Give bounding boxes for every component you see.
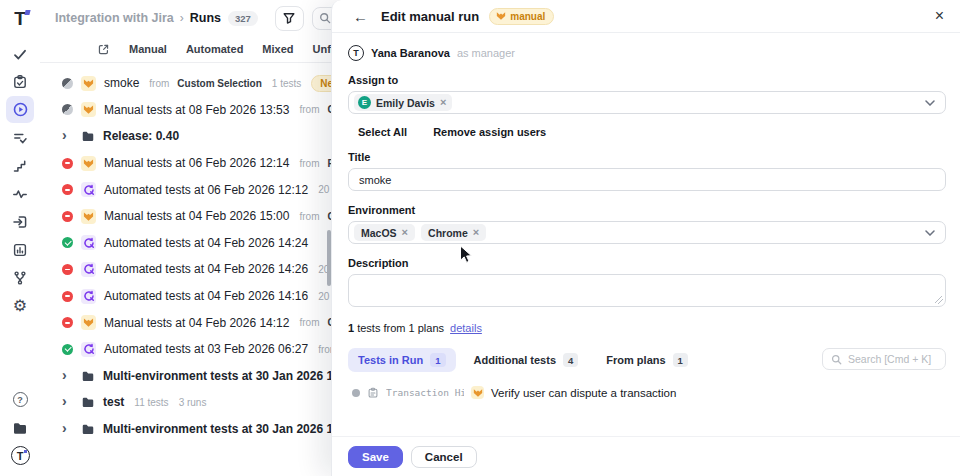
manual-run-icon — [81, 209, 96, 224]
env-chip: MacOS × — [354, 224, 415, 241]
tab-mixed[interactable]: Mixed — [262, 43, 293, 55]
tab-count-badge: 1 — [430, 353, 445, 367]
tab-manual[interactable]: Manual — [129, 43, 167, 55]
test-row[interactable]: Transaction His… Verify user can dispute… — [348, 386, 946, 399]
edit-run-modal: ← Edit manual run manual × T Yana Barano… — [331, 0, 960, 476]
select-all-link[interactable]: Select All — [358, 126, 407, 138]
tab-label: From plans — [606, 354, 665, 366]
back-icon[interactable]: ← — [353, 8, 368, 25]
tab-count-badge: 1 — [673, 353, 688, 367]
tests-search-box[interactable] — [822, 348, 946, 370]
tab-tests-in-run[interactable]: Tests in Run 1 — [348, 348, 456, 372]
chevron-down-icon — [925, 100, 935, 106]
group-tests-count: 11 tests — [134, 397, 168, 408]
environment-select[interactable]: MacOS × Chrome × — [348, 221, 946, 244]
tab-automated[interactable]: Automated — [186, 43, 243, 55]
filter-button[interactable] — [275, 6, 304, 31]
save-button[interactable]: Save — [348, 446, 403, 468]
env-chip-label: MacOS — [361, 227, 397, 239]
bar-chart-icon — [12, 242, 28, 258]
sidebar-item-analytics[interactable] — [6, 236, 34, 263]
run-from-label: from — [299, 158, 319, 169]
sidebar-item-pulse[interactable] — [6, 180, 34, 207]
run-source: Custom Selection — [177, 78, 261, 89]
automated-run-icon — [81, 235, 96, 250]
stairs-icon — [12, 158, 28, 174]
group-title: Multi-environment tests at 30 Jan 2026 1… — [103, 422, 357, 436]
gear-icon: ⚙ — [13, 298, 27, 314]
sidebar-item-import[interactable] — [6, 208, 34, 235]
assignee-avatar: E — [358, 96, 371, 109]
run-title: Automated tests at 04 Feb 2026 14:26 — [104, 262, 308, 276]
sidebar-item-profile[interactable]: T — [6, 442, 34, 469]
folder-icon — [12, 420, 28, 436]
sidebar-item-branch[interactable] — [6, 264, 34, 291]
run-status-icon — [62, 158, 73, 169]
modal-header: ← Edit manual run manual × — [332, 0, 960, 33]
run-status-icon — [62, 78, 73, 89]
chevron-right-icon[interactable]: › — [62, 368, 73, 382]
chevron-right-icon[interactable]: › — [62, 394, 73, 408]
sidebar-item-results[interactable] — [6, 124, 34, 151]
sidebar-item-ready[interactable] — [6, 40, 34, 67]
tab-from-plans[interactable]: From plans 1 — [596, 348, 698, 372]
run-status-icon — [62, 237, 73, 248]
run-status-icon — [62, 211, 73, 222]
group-runs-count: 3 runs — [179, 397, 207, 408]
run-title: Automated tests at 04 Feb 2026 14:24 — [104, 236, 308, 250]
details-link[interactable]: details — [450, 322, 482, 334]
breadcrumb-parent[interactable]: Integration with Jira — [55, 11, 174, 25]
remove-env-icon[interactable]: × — [402, 227, 408, 238]
chevron-right-icon[interactable]: › — [62, 128, 73, 142]
sidebar-item-settings[interactable]: ⚙ — [6, 292, 34, 319]
manager-name: Yana Baranova — [371, 47, 450, 59]
plans-count: 1 — [348, 322, 354, 334]
tab-label: Additional tests — [474, 354, 557, 366]
assign-links: Select All Remove assign users — [358, 126, 946, 138]
export-icon[interactable] — [97, 43, 110, 56]
description-label: Description — [348, 257, 946, 269]
run-status-icon — [62, 317, 73, 328]
tab-additional-tests[interactable]: Additional tests 4 — [464, 348, 589, 372]
remove-assignee-icon[interactable]: × — [440, 97, 446, 108]
assign-to-select[interactable]: E Emily Davis × — [348, 91, 946, 114]
cancel-button[interactable]: Cancel — [411, 446, 477, 468]
pulse-icon — [12, 186, 28, 202]
description-textarea[interactable] — [348, 274, 946, 307]
sidebar-item-projects[interactable] — [6, 414, 34, 441]
remove-assign-users-link[interactable]: Remove assign users — [433, 126, 546, 138]
run-from-label: from — [149, 78, 169, 89]
group-title: Multi-environment tests at 30 Jan 2026 1… — [103, 369, 357, 383]
assignee-chip: E Emily Davis × — [354, 94, 452, 111]
title-input[interactable] — [348, 168, 946, 191]
run-title: Manual tests at 08 Feb 2026 13:53 — [104, 103, 289, 117]
clipboard-check-icon — [12, 74, 28, 90]
plans-text: tests from 1 plans — [357, 322, 444, 334]
runs-count-badge: 327 — [228, 11, 258, 26]
run-status-icon — [62, 104, 73, 115]
test-title: Verify user can dispute a transaction — [491, 387, 676, 399]
remove-env-icon[interactable]: × — [473, 227, 479, 238]
chevron-right-icon[interactable]: › — [62, 421, 73, 435]
user-avatar: T — [11, 446, 30, 465]
sidebar-item-help[interactable]: ? — [6, 386, 34, 413]
sidebar-item-steps[interactable] — [6, 152, 34, 179]
folder-icon — [81, 369, 95, 383]
sidebar-item-runs[interactable] — [6, 96, 34, 123]
run-title: Automated tests at 03 Feb 2026 06:27 — [104, 342, 308, 356]
manual-run-icon — [81, 76, 96, 91]
close-icon[interactable]: × — [935, 8, 944, 24]
group-title: test — [103, 395, 124, 409]
app-logo-letter: T — [9, 8, 31, 30]
tests-search-input[interactable] — [848, 353, 938, 365]
breadcrumb-current: Runs — [190, 11, 221, 25]
app-logo[interactable]: T — [9, 8, 31, 30]
manual-run-badge-label: manual — [510, 11, 545, 22]
branch-icon — [12, 270, 28, 286]
tab-label: Tests in Run — [358, 354, 423, 366]
folder-icon — [81, 129, 95, 143]
sidebar-item-plans[interactable] — [6, 68, 34, 95]
resize-handle[interactable] — [935, 296, 943, 304]
modal-title: Edit manual run — [381, 9, 479, 24]
env-chip-label: Chrome — [428, 227, 468, 239]
